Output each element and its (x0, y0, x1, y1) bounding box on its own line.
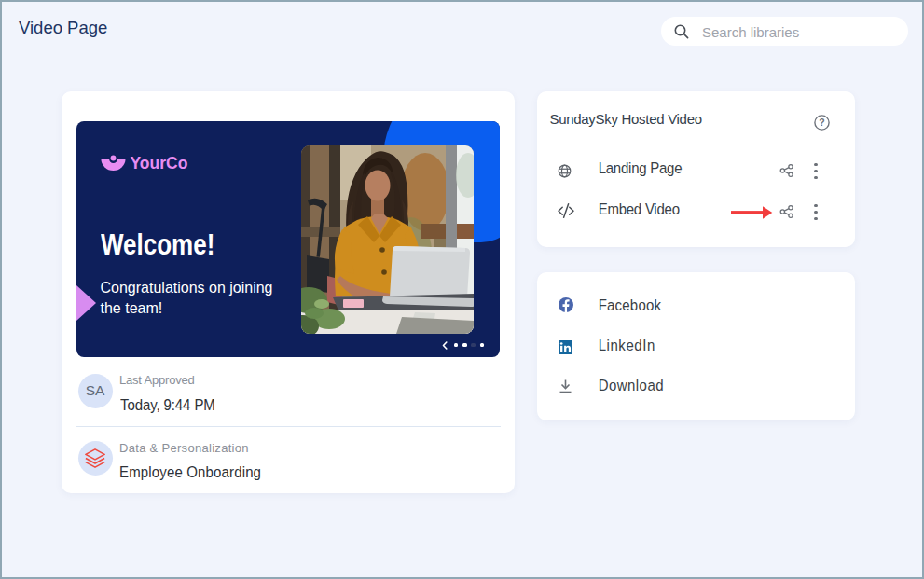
svg-text:?: ? (819, 117, 824, 128)
